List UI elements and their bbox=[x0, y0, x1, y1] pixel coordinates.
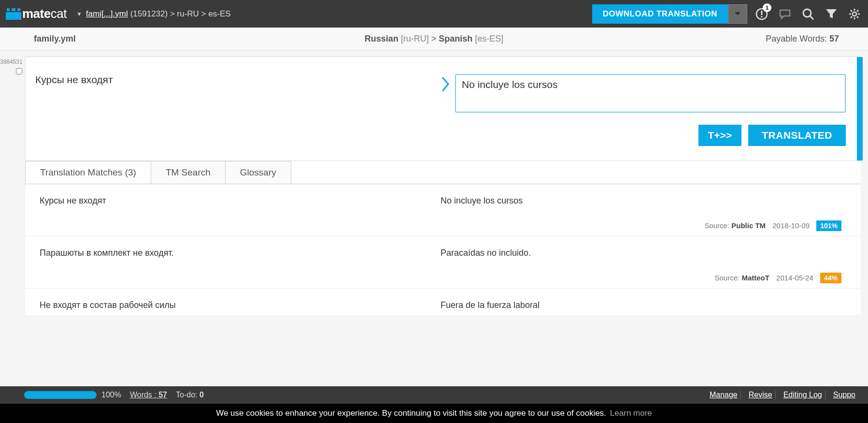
svg-point-3 bbox=[803, 9, 811, 17]
caret-down-icon[interactable]: ▼ bbox=[76, 11, 82, 17]
source-text[interactable]: Курсы не входят bbox=[35, 74, 436, 115]
svg-point-5 bbox=[853, 12, 856, 16]
logo-icon bbox=[5, 7, 22, 21]
tab-glossary[interactable]: Glossary bbox=[225, 161, 291, 184]
editor-area: 3984531 Курсы не входят T+>> TRANSLATED … bbox=[0, 51, 868, 315]
match-percentage: 101% bbox=[816, 220, 841, 231]
match-meta: Source: Public TM 2018-10-09 101% bbox=[40, 220, 841, 231]
target-input[interactable] bbox=[455, 74, 846, 113]
svg-line-4 bbox=[810, 16, 813, 19]
match-target: Fuera de la fuerza laboral bbox=[441, 300, 841, 310]
segment-actions: T+>> TRANSLATED bbox=[26, 125, 860, 160]
match-row[interactable]: Не входят в состав рабочей силы Fuera de… bbox=[25, 289, 861, 315]
notification-badge: 1 bbox=[763, 3, 771, 12]
logo-text: matecat bbox=[22, 6, 67, 21]
match-target: No incluye los cursos bbox=[441, 196, 841, 206]
language-pair: Russian [ru-RU] > Spanish [es-ES] bbox=[365, 34, 504, 44]
copy-source-button[interactable]: T+>> bbox=[698, 125, 742, 146]
tab-tm-search[interactable]: TM Search bbox=[151, 161, 226, 184]
comments-icon[interactable] bbox=[776, 5, 794, 23]
download-dropdown-button[interactable] bbox=[728, 4, 747, 24]
svg-rect-1 bbox=[761, 11, 763, 15]
match-row[interactable]: Парашюты в комплект не входят. Paracaída… bbox=[25, 236, 861, 289]
segment-id-column: 3984531 bbox=[0, 58, 22, 76]
matches-panel: Translation Matches (3) TM Search Glossa… bbox=[25, 161, 861, 315]
tab-translation-matches[interactable]: Translation Matches (3) bbox=[25, 161, 151, 184]
translated-button[interactable]: TRANSLATED bbox=[748, 125, 846, 146]
download-group: DOWNLOAD TRANSLATION bbox=[592, 4, 747, 24]
tabs: Translation Matches (3) TM Search Glossa… bbox=[25, 161, 861, 184]
svg-rect-2 bbox=[761, 16, 763, 17]
payable-words: Payable Words: 57 bbox=[766, 34, 839, 44]
segment-id: 3984531 bbox=[0, 58, 22, 65]
top-header: matecat ▼ fami[...].yml (1591232) > ru-R… bbox=[0, 0, 868, 28]
match-percentage: 44% bbox=[820, 273, 841, 283]
match-meta: Source: MatteoT 2014-05-24 44% bbox=[40, 273, 841, 283]
segment-checkbox[interactable] bbox=[16, 68, 22, 74]
file-name: family.yml bbox=[34, 34, 76, 44]
download-translation-button[interactable]: DOWNLOAD TRANSLATION bbox=[592, 4, 728, 24]
copy-arrow-icon[interactable] bbox=[436, 74, 455, 115]
breadcrumb: ▼ fami[...].yml (1591232) > ru-RU > es-E… bbox=[76, 9, 231, 19]
match-source: Не входят в состав рабочей силы bbox=[40, 300, 441, 310]
match-row[interactable]: Курсы не входят No incluye los cursos So… bbox=[25, 184, 861, 236]
subheader: family.yml Russian [ru-RU] > Spanish [es… bbox=[0, 28, 868, 51]
breadcrumb-file[interactable]: fami[...].yml bbox=[86, 9, 128, 19]
filter-icon[interactable] bbox=[823, 5, 840, 23]
segment-row: Курсы не входят T+>> TRANSLATED bbox=[25, 57, 861, 161]
logo[interactable]: matecat bbox=[5, 6, 67, 21]
match-source: Парашюты в комплект не входят. bbox=[40, 248, 441, 258]
warnings-icon[interactable]: 1 bbox=[753, 5, 770, 23]
settings-icon[interactable] bbox=[846, 5, 863, 23]
match-target: Paracaídas no incluido. bbox=[441, 248, 841, 258]
search-icon[interactable] bbox=[799, 5, 817, 23]
breadcrumb-rest: (1591232) > ru-RU > es-ES bbox=[130, 9, 231, 19]
match-source: Курсы не входят bbox=[40, 196, 441, 206]
